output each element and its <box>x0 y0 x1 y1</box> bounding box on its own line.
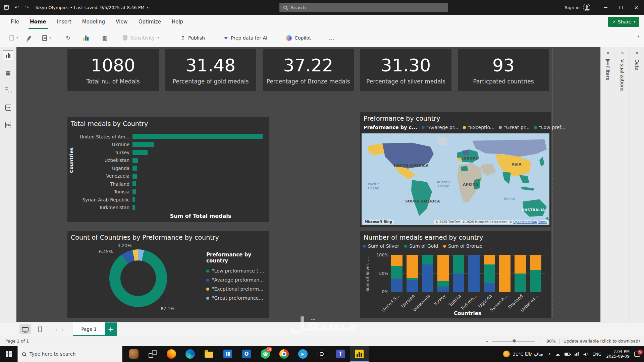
sensitivity-button[interactable]: Sensitivity ▾ <box>123 35 159 41</box>
outlook-icon[interactable]: O <box>237 346 256 362</box>
new-visual-button[interactable] <box>83 35 89 41</box>
file-explorer-icon[interactable] <box>200 346 218 362</box>
copilot-button[interactable]: Copilot <box>286 35 311 41</box>
report-canvas[interactable]: 1080Total nu. of Medals31.48Percentage o… <box>16 47 600 322</box>
stacked-bar[interactable] <box>484 255 495 292</box>
minimize-button[interactable] <box>598 0 613 15</box>
network-icon[interactable] <box>575 352 579 356</box>
bar-chart-visual[interactable]: Total medals by Country Countries United… <box>67 117 269 222</box>
stacked-bar[interactable] <box>407 255 418 292</box>
bar[interactable] <box>132 158 138 163</box>
expand-data-icon[interactable]: « <box>636 50 639 55</box>
taskbar-search-box[interactable]: Type here to search <box>17 346 122 362</box>
data-pane-collapsed[interactable]: « Data <box>630 47 644 322</box>
redo-icon[interactable]: ↷ <box>24 4 29 11</box>
save-icon[interactable] <box>4 5 9 10</box>
microsoft-store-icon[interactable] <box>218 346 237 362</box>
map-legend-item[interactable]: "Avarege pr... <box>422 125 459 130</box>
bar[interactable] <box>132 142 154 147</box>
menu-tab-insert[interactable]: Insert <box>52 15 77 29</box>
undo-icon[interactable]: ↶ <box>14 4 19 11</box>
stacked-legend-item[interactable]: Sum of Gold <box>404 243 438 249</box>
share-button[interactable]: ↗ Share ▾ <box>608 17 639 27</box>
report-themes-button[interactable]: ▾ <box>42 35 51 41</box>
firefox-icon[interactable] <box>162 346 181 362</box>
format-painter-button[interactable] <box>28 36 30 40</box>
paste-button[interactable]: ▾ <box>9 35 18 41</box>
map-visual[interactable]: Preformance by country Preformance by c.… <box>360 112 551 227</box>
more-options-button[interactable]: … <box>328 35 334 42</box>
refresh-button[interactable]: ↻ <box>66 35 70 41</box>
menu-tab-view[interactable]: View <box>110 15 133 29</box>
global-search-box[interactable]: Search <box>279 3 448 12</box>
kpi-card[interactable]: 37.22Percentage of Bronze medals <box>263 49 354 91</box>
filters-pane-collapsed[interactable]: « Filters <box>600 47 615 322</box>
kpi-card[interactable]: 93Particpated countries <box>458 49 549 91</box>
bar[interactable] <box>132 150 148 155</box>
stacked-bar[interactable] <box>530 255 541 292</box>
zoom-out-button[interactable]: – <box>486 339 488 344</box>
close-button[interactable]: × <box>629 0 644 15</box>
kpi-card[interactable]: 31.48Percentage of gold medals <box>165 49 256 91</box>
dax-query-view-button[interactable]: DAX <box>3 103 13 112</box>
map-legend-item[interactable]: "Exceptio... <box>463 125 495 130</box>
weather-widget[interactable]: 31°C صافٍ غالبًا <box>503 351 543 357</box>
world-map[interactable]: NORTH AMERICAEUROPEASIAAFRICASOUTH AMERI… <box>362 133 549 225</box>
donut-chart-visual[interactable]: Count of Countries by Preformance by cou… <box>67 231 269 318</box>
zoom-slider[interactable] <box>492 341 535 342</box>
menu-tab-file[interactable]: File <box>5 15 24 29</box>
start-button[interactable] <box>0 346 17 362</box>
taskbar-clock[interactable]: 7:04 PM 2025-09-09 <box>606 349 630 359</box>
menu-tab-help[interactable]: Help <box>166 15 189 29</box>
next-page-icon[interactable]: › <box>59 326 66 333</box>
menu-tab-optimize[interactable]: Optimize <box>133 15 166 29</box>
sign-in-button[interactable]: Sign in <box>565 5 580 10</box>
stacked-bar[interactable] <box>515 255 526 292</box>
table-view-button[interactable]: ▦ <box>3 68 13 77</box>
onedrive-cloud-icon[interactable]: ☁ <box>555 352 560 357</box>
model-view-button[interactable] <box>3 85 13 95</box>
new-page-button[interactable]: + <box>105 322 117 336</box>
report-view-button[interactable] <box>3 51 13 60</box>
maximize-button[interactable] <box>613 0 629 15</box>
whatsapp-icon[interactable]: ☎10 <box>256 346 275 362</box>
map-legend-item[interactable]: "Low pref... <box>534 125 566 130</box>
stacked-bar[interactable] <box>437 255 449 292</box>
battery-icon[interactable] <box>565 353 570 356</box>
squirrel-app-icon[interactable] <box>124 346 143 362</box>
task-view-icon[interactable] <box>143 346 162 362</box>
donut-legend-item[interactable]: "Low preformance ( ... <box>206 268 269 274</box>
account-avatar-icon[interactable] <box>583 4 590 11</box>
bar[interactable] <box>132 134 263 139</box>
page-tab[interactable]: Page 1 <box>73 322 105 336</box>
map-legend-item[interactable]: "Great pr... <box>499 125 530 130</box>
visualizations-pane-collapsed[interactable]: « Visualizations <box>615 47 629 322</box>
publish-button[interactable]: ↥ Publish <box>180 35 205 42</box>
expand-visualizations-icon[interactable]: « <box>621 50 624 55</box>
title-dropdown-icon[interactable]: ▾ <box>147 6 149 9</box>
donut-legend-item[interactable]: "Great preformance... <box>206 295 269 301</box>
new-measure-button[interactable]: ▦ <box>102 35 107 41</box>
collapse-ribbon-icon[interactable]: ▾ <box>637 34 639 39</box>
chatgpt-icon[interactable] <box>312 346 331 362</box>
zoom-in-button[interactable]: + <box>539 339 542 344</box>
donut-legend-item[interactable]: "Avarege preforman... <box>206 277 269 283</box>
edge-icon[interactable] <box>181 346 200 362</box>
stacked-bar-visual[interactable]: Number of medals earned by country Sum o… <box>360 231 551 318</box>
previous-page-icon[interactable]: ‹ <box>53 326 59 333</box>
chrome-icon[interactable] <box>275 346 293 362</box>
update-available-link[interactable]: Update available (click to download) <box>564 339 640 344</box>
power-bi-icon[interactable] <box>350 346 369 362</box>
donut-legend-item[interactable]: "Exeptional preform... <box>206 286 269 292</box>
bar[interactable] <box>132 166 137 171</box>
stacked-legend-item[interactable]: Sum of Bronze <box>443 243 482 249</box>
bar[interactable] <box>132 189 136 194</box>
zoom-slider-thumb[interactable] <box>512 339 516 343</box>
stacked-bar[interactable] <box>453 255 464 292</box>
stacked-bar[interactable] <box>391 255 402 292</box>
show-hidden-icons-chevron[interactable]: ∧ <box>548 352 551 356</box>
stacked-bar[interactable] <box>422 255 433 292</box>
language-indicator[interactable]: ENG <box>592 352 601 357</box>
kpi-card[interactable]: 1080Total nu. of Medals <box>67 49 159 91</box>
telegram-icon[interactable]: ▶ <box>293 346 312 362</box>
